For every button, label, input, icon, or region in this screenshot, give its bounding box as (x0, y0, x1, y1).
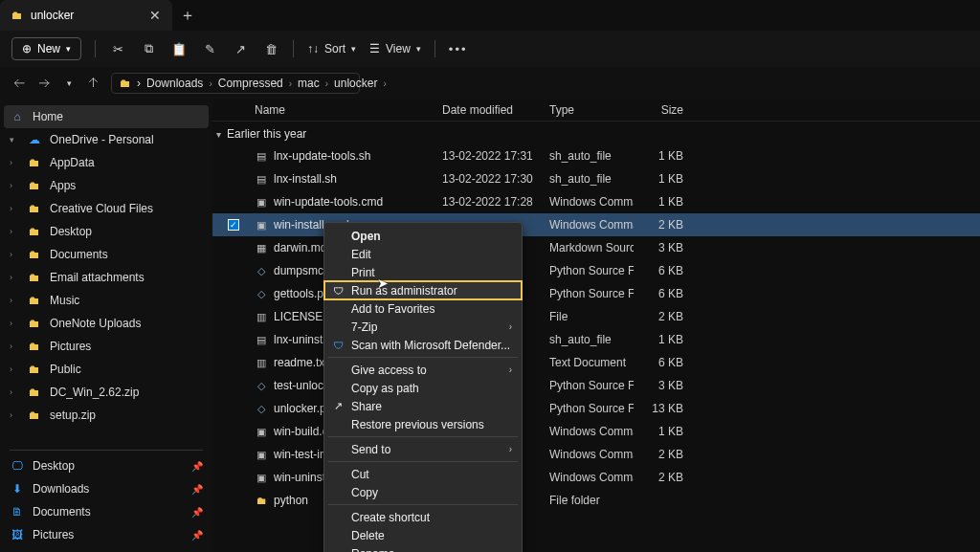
chevron-down-icon: ▾ (10, 135, 19, 144)
close-tab-icon[interactable]: ✕ (149, 8, 161, 23)
forward-icon[interactable]: 🡢 (36, 77, 52, 90)
up-icon[interactable]: 🡡 (86, 77, 101, 90)
ctx-edit[interactable]: Edit (324, 245, 522, 263)
crumb[interactable]: Compressed (218, 77, 283, 90)
ctx-favorites[interactable]: Add to Favorites (324, 299, 522, 318)
new-tab-button[interactable]: ＋ (172, 6, 203, 26)
row-checkbox[interactable] (212, 495, 255, 506)
row-checkbox[interactable] (212, 173, 255, 185)
sidebar-quick-item[interactable]: ⬇Downloads📌 (0, 477, 212, 500)
chevron-right-icon: › (137, 77, 141, 90)
crumb[interactable]: mac (298, 77, 320, 90)
ctx-cut[interactable]: Cut (324, 465, 522, 483)
sidebar-item[interactable]: ›🖿Creative Cloud Files (0, 197, 212, 220)
file-size: 13 KB (634, 402, 691, 415)
sidebar-label: Desktop (33, 459, 75, 473)
chevron-down-icon[interactable]: ▾ (61, 78, 77, 88)
size-column[interactable]: Size (634, 103, 691, 117)
sidebar-item[interactable]: ›🖿AppData (0, 151, 212, 174)
sort-button[interactable]: ↑↓ Sort ▾ (307, 42, 356, 55)
ctx-run-administrator[interactable]: 🛡Run as administrator (324, 281, 522, 299)
checkbox-column[interactable] (212, 103, 255, 117)
ctx-give-access[interactable]: Give access to› (324, 361, 522, 379)
cut-icon[interactable]: ✂ (109, 42, 126, 56)
sidebar-item[interactable]: ›🖿setup.zip (0, 404, 212, 427)
new-label: New (37, 42, 60, 55)
row-checkbox[interactable] (212, 288, 255, 299)
ctx-print[interactable]: Print (324, 263, 522, 281)
delete-icon[interactable]: 🗑 (262, 42, 279, 56)
row-checkbox[interactable]: ✓ (212, 219, 255, 231)
new-button[interactable]: ⊕ New ▾ (11, 37, 81, 60)
row-checkbox[interactable] (212, 150, 255, 162)
file-row[interactable]: lnx-install.sh13-02-2022 17:30sh_auto_fi… (212, 167, 980, 190)
sidebar-item[interactable]: ›🖿Pictures (0, 335, 212, 358)
ctx-copy-path[interactable]: Copy as path (324, 379, 522, 397)
ctx-restore[interactable]: Restore previous versions (324, 415, 522, 433)
sidebar-quick-item[interactable]: 🖵Desktop📌 (0, 454, 212, 477)
row-checkbox[interactable] (212, 334, 255, 345)
back-icon[interactable]: 🡠 (11, 77, 27, 90)
ctx-share[interactable]: ↗Share (324, 397, 522, 415)
window-tab[interactable]: 🖿 unlocker ✕ (0, 0, 172, 31)
chevron-right-icon: › (509, 444, 512, 454)
row-checkbox[interactable] (212, 196, 255, 208)
share-icon[interactable]: ↗ (232, 42, 249, 56)
sidebar-item[interactable]: ›🖿Music (0, 289, 212, 312)
file-name: gettools.py (274, 287, 329, 300)
sidebar-item[interactable]: ›🖿Email attachments (0, 266, 212, 289)
sidebar-item[interactable]: ›🖿OneNote Uploads (0, 312, 212, 335)
sidebar-item[interactable]: ›🖿Documents (0, 243, 212, 266)
view-button[interactable]: ☰ View ▾ (369, 42, 421, 55)
type-column[interactable]: Type (549, 103, 634, 117)
folder-icon: 🖿 (27, 179, 42, 192)
row-checkbox[interactable] (212, 426, 255, 437)
date-column[interactable]: Date modified (442, 103, 549, 117)
sidebar-quick-item[interactable]: 🗎Documents📌 (0, 500, 212, 523)
row-checkbox[interactable] (212, 242, 255, 254)
crumb[interactable]: Downloads (146, 77, 203, 90)
name-column[interactable]: Name (255, 103, 442, 117)
row-checkbox[interactable] (212, 357, 255, 368)
sidebar-onedrive[interactable]: ▾ ☁ OneDrive - Personal (0, 128, 212, 151)
rename-icon[interactable]: ✎ (201, 42, 218, 56)
sidebar-item[interactable]: ›🖿Desktop (0, 220, 212, 243)
folder-icon: 🖿 (27, 408, 42, 422)
breadcrumb[interactable]: 🖿 › Downloads› Compressed› mac› unlocker… (111, 73, 360, 94)
copy-icon[interactable]: ⧉ (140, 41, 157, 56)
sidebar-label: Home (33, 110, 63, 123)
row-checkbox[interactable] (212, 265, 255, 276)
chevron-right-icon: › (10, 273, 19, 282)
sidebar-item[interactable]: ›🖿Public (0, 358, 212, 381)
ctx-shortcut[interactable]: Create shortcut (324, 508, 522, 526)
ctx-copy[interactable]: Copy (324, 483, 522, 501)
file-row[interactable]: win-update-tools.cmd13-02-2022 17:28Wind… (212, 190, 980, 213)
sidebar-quick-item[interactable]: 🖼Pictures📌 (0, 523, 212, 546)
ctx-defender[interactable]: 🛡Scan with Microsoft Defender... (324, 336, 522, 354)
sidebar-item[interactable]: ›🖿Apps (0, 174, 212, 197)
ctx-7zip[interactable]: 7-Zip› (324, 318, 522, 336)
row-checkbox[interactable] (212, 380, 255, 391)
sidebar-item[interactable]: ›🖿DC_Win_2.62.zip (0, 381, 212, 404)
more-icon[interactable]: ••• (449, 42, 466, 56)
row-checkbox[interactable] (212, 403, 255, 414)
file-size: 1 KB (634, 172, 691, 186)
sidebar-label: Music (50, 294, 79, 307)
crumb[interactable]: unlocker (334, 77, 377, 90)
group-header[interactable]: ▾ Earlier this year (212, 121, 980, 144)
file-size: 2 KB (634, 471, 691, 484)
ctx-open[interactable]: Open (324, 227, 522, 245)
row-checkbox[interactable] (212, 449, 255, 460)
group-label: Earlier this year (227, 127, 306, 141)
row-checkbox[interactable] (212, 311, 255, 322)
ctx-delete[interactable]: Delete (324, 526, 522, 544)
share-icon: ↗ (330, 400, 345, 412)
sidebar-home[interactable]: ⌂ Home (4, 105, 209, 128)
cloud-icon: ☁ (27, 133, 42, 146)
ctx-rename[interactable]: Rename (324, 544, 522, 552)
file-row[interactable]: lnx-update-tools.sh13-02-2022 17:31sh_au… (212, 144, 980, 167)
row-checkbox[interactable] (212, 472, 255, 483)
pin-icon: 📌 (191, 484, 203, 495)
ctx-send-to[interactable]: Send to› (324, 440, 522, 458)
paste-icon[interactable]: 📋 (170, 42, 188, 56)
